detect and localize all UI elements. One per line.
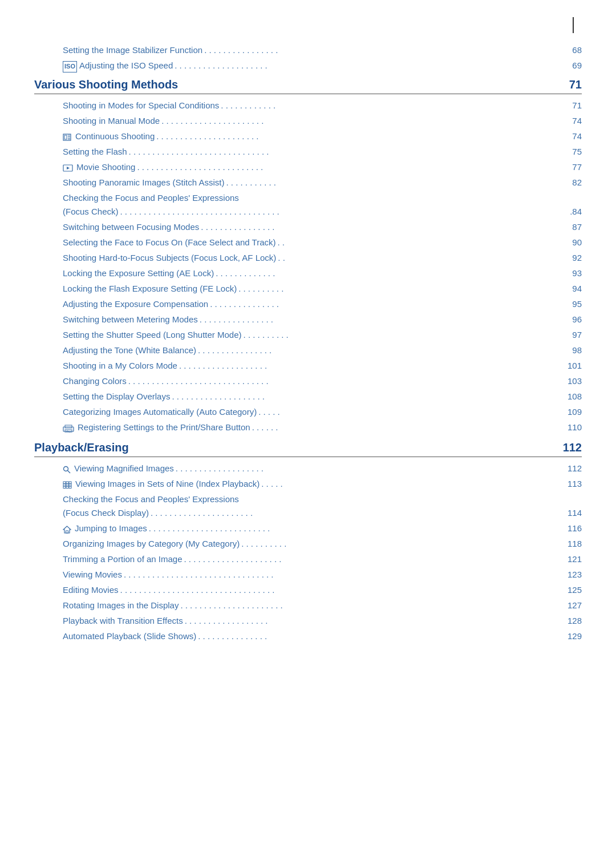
list-item: Viewing Movies. . . . . . . . . . . . . … (63, 568, 582, 582)
entry-dots: . . . . . . . . . . . . . . . . . . . . (172, 390, 560, 403)
entry-page: 129 (561, 629, 582, 643)
section-entries-various: Shooting in Modes for Special Conditions… (34, 99, 582, 434)
list-item: Playback with Transition Effects . . . .… (63, 614, 582, 628)
entry-label: Viewing Magnified Images (74, 462, 174, 475)
entry-page: 123 (561, 568, 582, 582)
entry-label: Selecting the Face to Focus On (Face Sel… (63, 236, 276, 249)
entry-icon (63, 422, 76, 434)
entry-dots: . . . . . . . . . . . . (221, 99, 560, 112)
list-item: Trimming a Portion of an Image . . . . .… (63, 552, 582, 566)
entry-label: Switching between Focusing Modes (63, 220, 199, 234)
entry-page: .84 (561, 205, 582, 219)
entry-dots: . . . . . . . . . . . . . . . . . . . . … (180, 599, 560, 612)
entry-icon (63, 523, 73, 535)
svg-rect-19 (63, 486, 66, 488)
section-header-playback: Playback/Erasing112 (34, 441, 582, 457)
section-page-various: 71 (559, 78, 582, 91)
entry-label: Setting the Flash (63, 145, 127, 159)
section-page-playback: 112 (559, 441, 582, 454)
entry-label: Adjusting the ISO Speed (79, 59, 173, 72)
svg-rect-13 (63, 482, 66, 484)
entry-label: Setting the Display Overlays (63, 390, 170, 403)
entry-dots: . . . . . . . . . . . . . . . . . . . . … (184, 552, 560, 566)
list-item: Jumping to Images . . . . . . . . . . . … (63, 522, 582, 535)
entry-dots: . . . . . . . . . . . . . . . . . . . . … (120, 583, 560, 597)
section-header-various: Various Shooting Methods71 (34, 78, 582, 94)
entry-dots: . . . . . . . . . . . . . . . . . . . (176, 462, 560, 475)
entry-dots: . . . . . . . . . . . . . (216, 267, 560, 280)
list-item: Setting the Shutter Speed (Long Shutter … (63, 328, 582, 342)
entry-dots: . . . . . . . . . . . . . . . . . . . . … (151, 506, 560, 520)
svg-rect-21 (69, 486, 71, 488)
list-item: ISOAdjusting the ISO Speed . . . . . . .… (63, 59, 582, 72)
entry-label: Locking the Flash Exposure Setting (FE L… (63, 282, 237, 296)
entry-dots: . . (278, 251, 560, 265)
section-title-various: Various Shooting Methods (34, 78, 559, 91)
entry-page: 108 (561, 390, 582, 403)
list-item: Setting the Flash . . . . . . . . . . . … (63, 145, 582, 159)
entry-dots: . . . . . . . . . . . . . . . . . . . . … (128, 374, 560, 388)
entry-page: 69 (561, 59, 582, 72)
svg-marker-7 (67, 167, 70, 169)
entry-page: 93 (561, 267, 582, 280)
entry-page: 74 (561, 130, 582, 143)
entry-page: 75 (561, 145, 582, 159)
section-title-playback: Playback/Erasing (34, 441, 559, 454)
entry-dots: . . . . . . . . . . . . . . . . . . . . (175, 59, 560, 72)
entry-label: Shooting in a My Colors Mode (63, 359, 177, 373)
entry-page: 77 (561, 160, 582, 174)
entry-dots: . . . . . (261, 477, 560, 491)
entry-label: Trimming a Portion of an Image (63, 552, 183, 566)
entry-label: Shooting in Manual Mode (63, 114, 160, 128)
entry-dots: . . . . . . . . . . . . . . . . . . . . … (156, 130, 560, 143)
entry-page: 82 (561, 176, 582, 189)
entry-page: 110 (561, 421, 582, 434)
entry-page: 103 (561, 374, 582, 388)
list-item: Automated Playback (Slide Shows) . . . .… (63, 629, 582, 643)
svg-rect-14 (66, 482, 68, 484)
entry-label: Setting the Image Stabilizer Function (63, 43, 202, 57)
list-item: Setting the Image Stabilizer Function . … (63, 43, 582, 57)
list-item: Locking the Flash Exposure Setting (FE L… (63, 282, 582, 296)
entry-label-line1: Checking the Focus and Peoples' Expressi… (63, 492, 239, 506)
entry-dots: . . . . . . . . . . (244, 328, 560, 342)
entry-page: 121 (561, 552, 582, 566)
entry-page: 101 (561, 359, 582, 373)
list-item: Adjusting the Tone (White Balance) . . .… (63, 344, 582, 357)
entry-label: Continuous Shooting (75, 130, 155, 143)
entry-page: 118 (561, 537, 582, 551)
entry-label-line2: (Focus Check) (63, 205, 119, 219)
entry-page: 112 (561, 462, 582, 475)
entry-dots: . . . . . (258, 405, 560, 419)
list-item: Locking the Exposure Setting (AE Lock). … (63, 267, 582, 280)
list-item: Shooting in a My Colors Mode . . . . . .… (63, 359, 582, 373)
entry-dots: . . . . . . . . . . . . . . . . (200, 313, 560, 326)
entry-label: Playback with Transition Effects (63, 614, 183, 628)
entry-page: 98 (561, 344, 582, 357)
entry-page: 92 (561, 251, 582, 265)
svg-rect-17 (66, 484, 68, 486)
entry-page: 96 (561, 313, 582, 326)
entry-page: 127 (561, 599, 582, 612)
entry-label: Viewing Movies (63, 568, 122, 582)
list-item: Checking the Focus and Peoples' Expressi… (63, 191, 582, 219)
entry-dots: . . . . . . . . . . . (226, 176, 560, 189)
entry-label-line2: (Focus Check Display) (63, 506, 149, 520)
list-item: Rotating Images in the Display . . . . .… (63, 599, 582, 612)
entry-dots: . . . . . . . . . . . . . . . . . . . (179, 359, 560, 373)
entry-page: 94 (561, 282, 582, 296)
entry-page: 116 (561, 522, 582, 535)
entry-label: Changing Colors (63, 374, 127, 388)
page-header (34, 17, 582, 33)
entry-label: Categorizing Images Automatically (Auto … (63, 405, 257, 419)
entry-label: Rotating Images in the Display (63, 599, 179, 612)
entry-page: 68 (561, 43, 582, 57)
entry-icon (63, 131, 74, 143)
svg-rect-15 (69, 482, 71, 484)
entry-page: 128 (561, 614, 582, 628)
entry-dots: . . . . . . . . . . . . . . . . . . . . … (124, 568, 560, 582)
entry-dots: . . . . . . . . . . . . . . . . (204, 43, 560, 57)
entry-dots: . . . . . . (252, 421, 560, 434)
entry-dots: . . . . . . . . . . . . . . . (198, 629, 560, 643)
entry-page: 97 (561, 328, 582, 342)
